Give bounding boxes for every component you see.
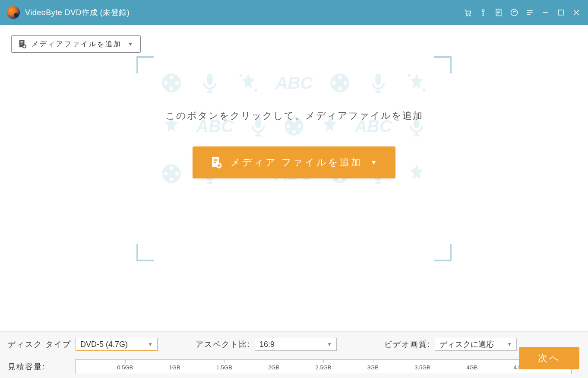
stars-icon (405, 72, 428, 94)
svg-point-15 (254, 89, 257, 92)
mic-icon (367, 72, 389, 94)
svg-point-0 (466, 15, 468, 16)
chevron-down-icon: ▼ (371, 159, 379, 166)
titlebar-icons (463, 8, 581, 17)
svg-point-22 (408, 74, 411, 77)
svg-point-28 (292, 130, 296, 134)
svg-point-20 (332, 81, 336, 85)
svg-point-17 (338, 76, 342, 79)
chevron-down-icon: ▼ (148, 341, 153, 347)
aspect-label: アスペクト比: (196, 339, 250, 349)
footer-row-settings: ディスク タイプ DVD-5 (4.7G) ▼ アスペクト比: 16:9 ▼ ビ… (8, 338, 580, 351)
svg-point-33 (175, 172, 179, 176)
svg-point-32 (170, 166, 174, 170)
svg-point-2 (482, 10, 484, 12)
cart-icon[interactable] (463, 8, 472, 17)
svg-point-27 (298, 124, 302, 128)
chevron-down-icon: ▼ (507, 341, 512, 347)
svg-point-1 (469, 15, 471, 16)
svg-point-19 (338, 87, 342, 91)
svg-point-9 (170, 76, 174, 79)
key-icon[interactable] (478, 8, 488, 17)
add-media-label: メディアファイルを追加 (32, 40, 122, 49)
add-media-button[interactable]: メディアファイルを追加 ▼ (11, 35, 141, 53)
mic-icon (199, 72, 221, 94)
svg-rect-5 (558, 10, 563, 15)
add-media-big-button[interactable]: メディア ファイルを追加 ▼ (193, 146, 396, 178)
corner-decoration (136, 56, 154, 73)
svg-rect-13 (207, 73, 212, 85)
next-button[interactable]: 次へ (519, 347, 579, 369)
ruler-tick (224, 360, 224, 363)
ruler-label: 1.5GB (216, 364, 232, 371)
close-button[interactable] (572, 8, 581, 17)
chevron-down-icon: ▼ (128, 41, 134, 47)
file-add-icon (18, 39, 27, 49)
aspect-dropdown[interactable]: 16:9 ▼ (255, 338, 337, 351)
svg-rect-21 (376, 73, 381, 85)
maximize-button[interactable] (556, 8, 566, 17)
file-add-icon (210, 156, 223, 169)
disc-type-value: DVD-5 (4.7G) (80, 340, 128, 349)
watermark-row: ABC (160, 72, 428, 94)
ruler-label: 3GB (367, 364, 379, 371)
svg-point-34 (170, 178, 174, 181)
svg-point-10 (175, 81, 179, 85)
ruler-label: 0.5GB (117, 364, 133, 371)
stars-icon (237, 72, 259, 94)
corner-decoration (434, 244, 452, 261)
corner-decoration (434, 56, 452, 73)
disc-type-dropdown[interactable]: DVD-5 (4.7G) ▼ (76, 338, 158, 351)
svg-point-12 (164, 81, 168, 85)
app-logo-icon (7, 6, 20, 19)
reel-icon (160, 72, 183, 94)
abc-watermark: ABC (275, 73, 313, 93)
ruler-label: 2GB (268, 364, 279, 371)
svg-point-14 (239, 74, 242, 77)
footer: ディスク タイプ DVD-5 (4.7G) ▼ アスペクト比: 16:9 ▼ ビ… (0, 331, 588, 378)
capacity-ruler: 0.5GB1GB1.5GB2GB2.5GB3GB3.5GB4GB4.5GB (75, 359, 572, 374)
reel-icon (160, 162, 183, 185)
next-label: 次へ (538, 352, 561, 365)
ruler-label: 2.5GB (316, 364, 332, 371)
app-title: VideoByte DVD作成 (未登録) (25, 7, 130, 18)
ruler-label: 1GB (169, 364, 180, 371)
document-icon[interactable] (494, 8, 503, 17)
quality-value: ディスクに適応 (439, 339, 494, 349)
ruler-tick (175, 360, 175, 363)
dropzone-hint: このボタンをクリックして、メディアファイルを追加 (165, 109, 423, 122)
ruler-label: 3.5GB (414, 364, 430, 371)
stars-icon (405, 162, 428, 185)
quality-dropdown[interactable]: ディスクに適応 ▼ (435, 338, 517, 351)
reel-icon (329, 72, 351, 94)
ruler-tick (274, 360, 274, 363)
svg-point-4 (511, 10, 518, 16)
svg-point-11 (170, 87, 174, 91)
dropzone: ABC ABC ABC ABC このボタンをクリックして、メディアファイルを追加 (0, 56, 588, 261)
menu-icon[interactable] (525, 8, 534, 17)
aspect-value: 16:9 (259, 340, 275, 349)
svg-point-29 (287, 124, 291, 128)
footer-row-ruler: 見積容量: 0.5GB1GB1.5GB2GB2.5GB3GB3.5GB4GB4.… (8, 359, 580, 374)
ruler-tick (423, 360, 423, 363)
estimate-label: 見積容量: (8, 362, 75, 372)
ruler-tick (323, 360, 324, 363)
help-icon[interactable] (509, 8, 519, 17)
minimize-button[interactable] (541, 8, 550, 17)
svg-point-23 (423, 89, 426, 92)
dropzone-box[interactable]: ABC ABC ABC ABC このボタンをクリックして、メディアファイルを追加 (136, 56, 452, 261)
corner-decoration (136, 244, 154, 261)
ruler-label: 4GB (466, 364, 477, 371)
add-media-big-label: メディア ファイルを追加 (231, 156, 362, 169)
ruler-tick (125, 360, 126, 363)
ruler-tick (373, 360, 373, 363)
disc-type-label: ディスク タイプ (8, 339, 71, 349)
quality-label: ビデオ画質: (384, 339, 430, 349)
svg-point-18 (344, 81, 348, 85)
chevron-down-icon: ▼ (327, 341, 332, 347)
ruler-tick (472, 360, 472, 363)
titlebar: VideoByte DVD作成 (未登録) (0, 0, 588, 25)
svg-point-35 (164, 172, 168, 176)
